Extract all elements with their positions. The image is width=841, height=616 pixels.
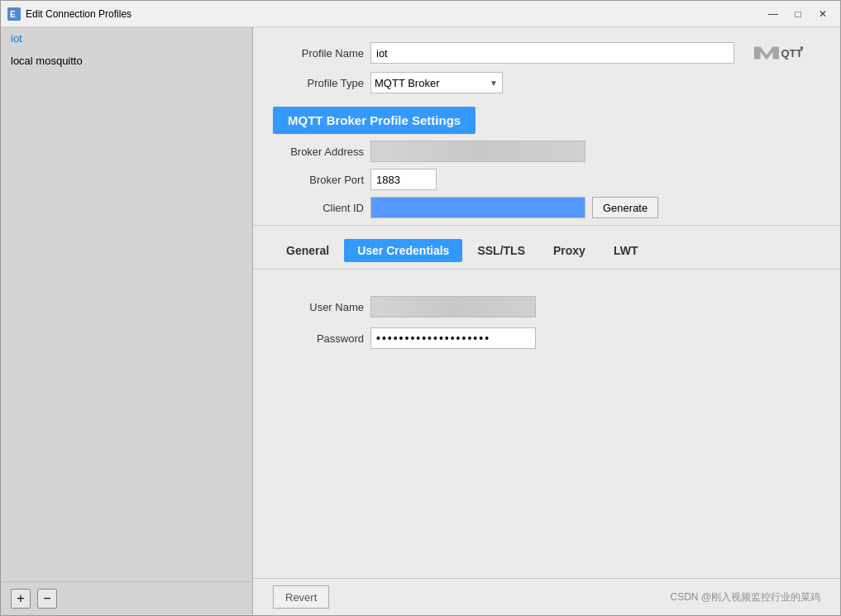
broker-address-row: Broker Address [273, 141, 820, 162]
password-label: Password [273, 332, 364, 345]
add-profile-button[interactable]: + [11, 589, 31, 609]
sidebar-footer: + − [1, 581, 252, 615]
username-row: User Name [273, 296, 820, 318]
password-input[interactable] [370, 327, 536, 349]
mqtt-logo: QTT [754, 41, 804, 65]
title-bar: E Edit Connection Profiles — □ ✕ [1, 1, 840, 27]
sidebar: iot local mosquitto + − [1, 27, 253, 615]
password-row: Password [273, 327, 820, 349]
svg-text:E: E [10, 10, 16, 19]
svg-rect-4 [800, 47, 803, 50]
tab-user-credentials[interactable]: User Credentials [344, 239, 462, 262]
profile-type-wrapper: MQTT Broker MQTT Bridge ▼ [370, 72, 503, 93]
maximize-button[interactable]: □ [787, 6, 809, 22]
tabs-row: General User Credentials SSL/TLS Proxy L… [253, 232, 840, 270]
username-input[interactable] [370, 296, 536, 318]
remove-profile-button[interactable]: − [37, 589, 57, 609]
tab-lwt[interactable]: LWT [600, 239, 652, 262]
generate-button[interactable]: Generate [592, 197, 658, 218]
broker-address-input[interactable] [370, 141, 585, 162]
tab-general[interactable]: General [273, 239, 342, 262]
sidebar-list: iot local mosquitto [1, 27, 252, 581]
profile-form-section: Profile Name QTT Profile Type [253, 27, 840, 100]
profile-type-row: Profile Type MQTT Broker MQTT Bridge ▼ [273, 72, 820, 93]
profile-name-label: Profile Name [273, 47, 364, 60]
sidebar-item-local-mosquitto[interactable]: local mosquitto [1, 50, 252, 72]
credentials-section: User Name Password [273, 289, 820, 349]
sidebar-item-iot[interactable]: iot [1, 27, 252, 50]
profile-name-input[interactable] [370, 42, 734, 64]
profile-type-label: Profile Type [273, 77, 364, 89]
main-content: iot local mosquitto + − Profile Name [1, 27, 840, 615]
tab-content-credentials: User Name Password [253, 270, 840, 578]
broker-address-label: Broker Address [273, 146, 364, 158]
window-icon: E [7, 7, 21, 21]
client-id-label: Client ID [273, 202, 364, 214]
profile-name-row: Profile Name QTT [273, 41, 820, 65]
watermark-text: CSDN @刚入视频监控行业的菜鸡 [670, 590, 820, 604]
broker-port-input[interactable] [370, 169, 437, 190]
broker-port-label: Broker Port [273, 174, 364, 186]
settings-button[interactable]: MQTT Broker Profile Settings [273, 107, 475, 134]
broker-port-row: Broker Port [273, 169, 820, 190]
client-id-row: Client ID Generate [273, 197, 820, 218]
main-window: E Edit Connection Profiles — □ ✕ iot loc… [0, 0, 841, 616]
window-controls: — □ ✕ [762, 6, 834, 22]
window-title: Edit Connection Profiles [26, 8, 762, 20]
bottom-bar: Revert CSDN @刚入视频监控行业的菜鸡 [253, 578, 840, 615]
right-panel: Profile Name QTT Profile Type [253, 27, 840, 615]
tab-proxy[interactable]: Proxy [540, 239, 599, 262]
client-id-input[interactable] [370, 197, 585, 218]
broker-section: Broker Address Broker Port Client ID Gen… [253, 141, 840, 218]
minimize-button[interactable]: — [762, 6, 784, 22]
username-label: User Name [273, 301, 364, 313]
revert-button[interactable]: Revert [273, 585, 329, 609]
svg-text:QTT: QTT [781, 47, 803, 60]
svg-marker-2 [754, 47, 779, 60]
tab-ssl-tls[interactable]: SSL/TLS [464, 239, 538, 262]
close-button[interactable]: ✕ [812, 6, 834, 22]
divider [253, 225, 840, 226]
profile-type-select[interactable]: MQTT Broker MQTT Bridge [370, 72, 503, 93]
